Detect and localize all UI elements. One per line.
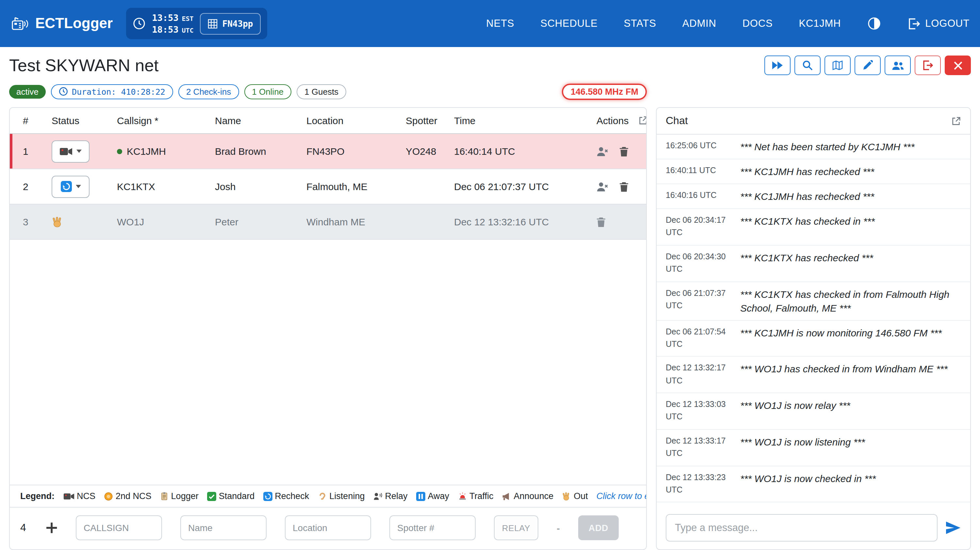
nav-link-stats[interactable]: STATS xyxy=(624,17,656,29)
chat-message: Dec 06 20:34:30 UTC*** KC1KTX has rechec… xyxy=(657,246,970,282)
add-row-plus-icon[interactable] xyxy=(46,522,57,533)
chat-message: 16:40:11 UTC*** KC1JMH has rechecked *** xyxy=(657,159,970,184)
row-num: 2 xyxy=(10,181,38,192)
map-button[interactable] xyxy=(824,56,851,75)
page-title: Test SKYWARN net xyxy=(9,55,159,75)
chat-message: Dec 06 21:07:54 UTC*** KC1JMH is now mon… xyxy=(657,320,970,357)
chat-title: Chat xyxy=(666,115,688,127)
recheck-icon xyxy=(60,181,72,192)
utc-time: 18:53 xyxy=(152,24,178,35)
row-time: 16:40:14 UTC xyxy=(441,146,584,157)
status-dropdown-ncs[interactable] xyxy=(52,140,89,162)
utc-tz: UTC xyxy=(181,27,193,34)
search-button[interactable] xyxy=(794,56,821,75)
checkout-button[interactable] xyxy=(915,56,941,75)
remove-person-icon[interactable] xyxy=(597,181,609,192)
legend-item-listening: Listening xyxy=(318,491,364,501)
online-dot xyxy=(117,149,122,154)
app-window: ECTLogger 13:53EST 18:53UTC FN43pp NETS … xyxy=(0,0,980,550)
chevron-down-icon xyxy=(76,149,82,153)
legend-item-traffic: Traffic xyxy=(458,491,493,501)
announce-megaphone-icon xyxy=(502,491,511,501)
spotter-input[interactable] xyxy=(390,515,476,540)
chat-message: Dec 12 13:33:03 UTC*** WO1J is now relay… xyxy=(657,393,970,430)
row-name: Josh xyxy=(202,181,293,192)
chat-message: 16:40:16 UTC*** KC1JMH has rechecked *** xyxy=(657,184,970,209)
logout-icon xyxy=(907,17,920,30)
nav-link-nets[interactable]: NETS xyxy=(486,17,514,29)
relay-toggle-button[interactable]: RELAY xyxy=(494,515,538,540)
delete-row-icon[interactable] xyxy=(597,216,606,227)
guests-badge: 1 Guests xyxy=(297,84,346,99)
users-button[interactable] xyxy=(885,56,911,75)
next-row-number: 4 xyxy=(20,522,28,534)
grid-square-label: FN43pp xyxy=(223,19,253,29)
nav-link-admin[interactable]: ADMIN xyxy=(682,17,716,29)
grid-square-button[interactable]: FN43pp xyxy=(200,13,261,34)
traffic-siren-icon xyxy=(458,491,467,501)
row-time: Dec 12 13:32:16 UTC xyxy=(441,216,584,227)
row-location: FN43PO xyxy=(293,146,393,157)
row-name: Brad Brown xyxy=(202,146,293,157)
theme-toggle-icon[interactable] xyxy=(867,16,881,31)
send-message-icon[interactable] xyxy=(945,521,961,535)
logout-button[interactable]: LOGOUT xyxy=(907,17,970,30)
net-status-badge: active xyxy=(9,84,46,98)
chat-message: Dec 12 13:32:17 UTC*** WO1J has checked … xyxy=(657,357,970,394)
radio-icon xyxy=(10,16,29,31)
ncs-camera-icon xyxy=(59,147,73,156)
add-button[interactable]: ADD xyxy=(578,515,619,540)
standard-check-icon xyxy=(207,491,216,501)
delete-row-icon[interactable] xyxy=(619,146,628,156)
col-header-num: # xyxy=(10,115,38,126)
legend-item-logger: Logger xyxy=(160,491,199,501)
location-input[interactable] xyxy=(285,515,371,540)
top-navbar: ECTLogger 13:53EST 18:53UTC FN43pp NETS … xyxy=(0,0,980,47)
legend-item-ncs: NCS xyxy=(63,491,95,501)
logger-clipboard-icon xyxy=(160,491,169,501)
table-row[interactable]: 2 KC1KTX Josh Falmouth, ME Dec 06 21:07 xyxy=(10,169,646,205)
chat-popout-icon[interactable] xyxy=(951,116,961,126)
chat-message: 16:25:06 UTC*** Net has been started by … xyxy=(657,135,970,159)
relay-speaker-icon xyxy=(373,491,382,501)
table-popout-icon[interactable] xyxy=(625,116,647,126)
remove-person-icon[interactable] xyxy=(597,146,609,156)
status-dropdown-recheck[interactable] xyxy=(52,175,89,197)
grid-icon xyxy=(208,19,218,29)
row-time: Dec 06 21:07:37 UTC xyxy=(441,181,584,192)
col-header-location: Location xyxy=(293,115,393,126)
local-time: 13:53 xyxy=(152,13,178,23)
col-header-spotter: Spotter xyxy=(393,115,441,126)
out-wave-icon xyxy=(562,491,571,501)
callsign-input[interactable] xyxy=(76,515,162,540)
name-input[interactable] xyxy=(180,515,267,540)
legend-label: Legend: xyxy=(20,491,54,501)
fast-forward-button[interactable] xyxy=(764,56,791,75)
clock-icon xyxy=(132,17,145,30)
nav-link-schedule[interactable]: SCHEDULE xyxy=(540,17,598,29)
add-checkin-form: 4 RELAY - ADD xyxy=(10,507,646,549)
brand-name: ECTLogger xyxy=(35,15,113,32)
legend-item-2nd-ncs: 2nd NCS xyxy=(104,491,151,501)
duration-clock-icon xyxy=(59,87,68,96)
duration-badge: Duration: 410:28:22 xyxy=(51,84,173,99)
table-row[interactable]: 1 KC1JMH Brad Brown FN4 xyxy=(10,134,646,169)
away-pause-icon xyxy=(416,491,425,501)
logout-label: LOGOUT xyxy=(925,17,970,29)
chat-message: Dec 12 13:33:28 UTC*** WO1J is now avail… xyxy=(657,502,970,507)
row-name: Peter xyxy=(202,216,293,227)
second-ncs-icon xyxy=(104,491,113,501)
listening-ear-icon xyxy=(318,491,327,501)
clock-widget: 13:53EST 18:53UTC FN43pp xyxy=(126,8,267,39)
checkins-panel: # Status Callsign * Name Location Spotte… xyxy=(9,107,647,550)
online-badge: 1 Online xyxy=(244,84,291,99)
nav-link-docs[interactable]: DOCS xyxy=(743,17,773,29)
close-net-button[interactable] xyxy=(945,56,971,75)
form-dash: - xyxy=(557,522,560,533)
table-row[interactable]: 3 WO1J Peter Windham ME Dec 12 13:32:16 … xyxy=(10,205,646,240)
delete-row-icon[interactable] xyxy=(619,181,628,192)
chat-message: Dec 06 21:07:37 UTC*** KC1KTX has checke… xyxy=(657,282,970,320)
chat-message-input[interactable] xyxy=(666,514,937,542)
nav-link-user-callsign[interactable]: KC1JMH xyxy=(799,17,841,29)
edit-button[interactable] xyxy=(854,56,881,75)
